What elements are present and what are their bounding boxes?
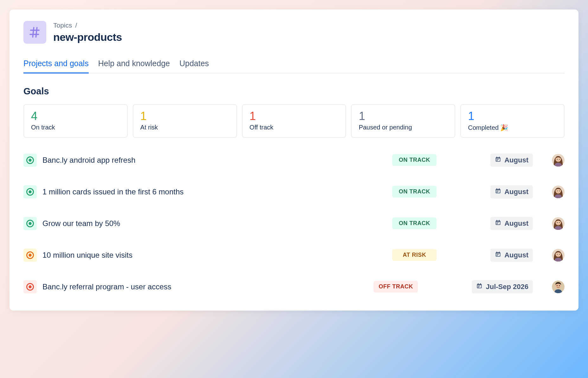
stat-card-at-risk[interactable]: 1 At risk: [133, 104, 237, 138]
svg-point-50: [557, 254, 558, 255]
tab-help-and-knowledge[interactable]: Help and knowledge: [98, 59, 170, 73]
date-text: August: [504, 251, 528, 259]
svg-rect-58: [478, 286, 479, 287]
svg-point-12: [559, 159, 559, 160]
stat-number: 1: [359, 110, 448, 123]
svg-rect-34: [497, 223, 498, 224]
svg-rect-17: [496, 188, 497, 189]
status-badge: AT RISK: [392, 249, 437, 261]
svg-rect-59: [479, 286, 480, 287]
header-text: Topics / new-products: [53, 22, 122, 43]
target-icon: [23, 249, 37, 262]
svg-rect-45: [497, 254, 498, 255]
breadcrumb-separator: /: [75, 22, 77, 29]
svg-point-37: [557, 222, 558, 223]
goal-meta: ON TRACK August: [392, 154, 533, 167]
date-badge[interactable]: August: [490, 249, 533, 262]
stat-card-off-track[interactable]: 1 Off track: [242, 104, 346, 138]
svg-point-1: [29, 159, 31, 161]
status-badge: OFF TRACK: [374, 281, 418, 293]
date-badge[interactable]: August: [490, 185, 533, 198]
svg-point-38: [559, 222, 559, 223]
svg-point-40: [29, 254, 31, 256]
svg-rect-4: [496, 156, 497, 158]
goal-meta: AT RISK August: [392, 249, 533, 262]
target-icon: [23, 154, 37, 167]
tab-updates[interactable]: Updates: [179, 59, 209, 73]
svg-point-11: [557, 159, 558, 160]
svg-rect-5: [499, 156, 500, 158]
svg-rect-21: [497, 192, 498, 192]
calendar-icon: [495, 188, 501, 196]
date-text: Jul-Sep 2026: [486, 283, 528, 291]
stat-number: 4: [31, 110, 120, 123]
svg-rect-18: [499, 188, 500, 189]
date-badge[interactable]: August: [490, 154, 533, 167]
stat-card-on-track[interactable]: 4 On track: [23, 104, 128, 138]
svg-rect-46: [498, 254, 499, 255]
owner-avatar[interactable]: [552, 154, 565, 167]
stat-number: 1: [468, 110, 557, 123]
topic-hash-icon: [23, 21, 46, 44]
svg-rect-19: [497, 191, 498, 192]
status-badge: ON TRACK: [392, 154, 437, 166]
svg-rect-56: [478, 283, 479, 284]
goal-title: Grow our team by 50%: [42, 219, 392, 228]
page-header: Topics / new-products: [23, 21, 565, 44]
svg-point-64: [559, 285, 560, 286]
calendar-icon: [495, 251, 501, 259]
breadcrumb-parent[interactable]: Topics: [53, 22, 72, 29]
goal-row[interactable]: Banc.ly referral program - user access O…: [23, 276, 565, 298]
stat-card-completed[interactable]: 1 Completed 🎉: [460, 104, 565, 138]
goal-row[interactable]: 1 million cards issued in the first 6 mo…: [23, 181, 565, 203]
stat-label: Off track: [250, 124, 339, 131]
goal-row[interactable]: Banc.ly android app refresh ON TRACK Aug…: [23, 149, 565, 171]
goal-row[interactable]: 10 million unique site visits AT RISK Au…: [23, 244, 565, 266]
date-badge[interactable]: August: [490, 217, 533, 230]
goal-meta: OFF TRACK Jul-Sep 2026: [374, 280, 533, 293]
goal-row[interactable]: Grow our team by 50% ON TRACK August: [23, 212, 565, 235]
svg-rect-20: [498, 191, 499, 192]
stat-cards-row: 4 On track 1 At risk 1 Off track 1 Pause…: [23, 104, 565, 138]
target-icon: [23, 280, 37, 293]
stat-number: 1: [250, 110, 339, 123]
date-badge[interactable]: Jul-Sep 2026: [472, 280, 533, 293]
stat-label: On track: [31, 124, 120, 131]
owner-avatar[interactable]: [552, 217, 565, 230]
tab-bar: Projects and goals Help and knowledge Up…: [23, 59, 565, 73]
date-text: August: [504, 156, 528, 164]
svg-rect-60: [478, 287, 479, 287]
goal-title: 10 million unique site visits: [42, 251, 392, 260]
tab-projects-and-goals[interactable]: Projects and goals: [23, 59, 89, 73]
calendar-icon: [495, 219, 501, 228]
svg-point-24: [557, 190, 558, 191]
owner-avatar[interactable]: [552, 280, 565, 293]
stat-label: Paused or pending: [359, 124, 448, 131]
avatar-column: [533, 217, 565, 230]
target-icon: [23, 185, 37, 198]
svg-rect-57: [480, 283, 481, 284]
svg-rect-33: [498, 222, 499, 223]
owner-avatar[interactable]: [552, 186, 565, 198]
svg-rect-31: [499, 220, 500, 221]
svg-rect-47: [497, 255, 498, 256]
stat-label: At risk: [140, 124, 229, 131]
status-badge: ON TRACK: [392, 186, 437, 198]
page-title: new-products: [53, 31, 122, 43]
date-text: August: [504, 188, 528, 196]
avatar-column: [533, 280, 565, 293]
goal-title: Banc.ly android app refresh: [42, 156, 392, 165]
breadcrumb: Topics /: [53, 22, 122, 29]
avatar-column: [533, 186, 565, 198]
status-badge: ON TRACK: [392, 217, 437, 229]
svg-rect-32: [497, 222, 498, 223]
stat-card-paused[interactable]: 1 Paused or pending: [351, 104, 455, 138]
svg-point-27: [29, 222, 31, 225]
svg-point-63: [557, 285, 558, 286]
svg-rect-8: [497, 160, 498, 161]
svg-point-51: [559, 254, 559, 255]
goals-section-title: Goals: [23, 86, 565, 97]
owner-avatar[interactable]: [552, 249, 565, 261]
svg-rect-30: [496, 220, 497, 221]
svg-point-53: [29, 285, 31, 288]
